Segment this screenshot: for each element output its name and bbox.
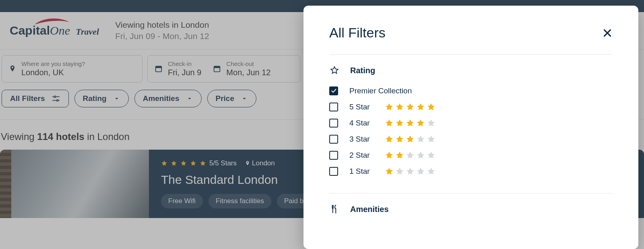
star-icon: [385, 119, 394, 128]
filter-option-label: 3 Star: [349, 135, 374, 144]
amenities-filter-label: Amenities: [143, 94, 180, 103]
star-icon: [395, 167, 404, 176]
hotel-rating-text: 5/5 Stars: [209, 159, 237, 167]
checkbox[interactable]: [329, 119, 338, 128]
star-icon: [427, 119, 436, 128]
check-icon: [330, 88, 337, 94]
star-icon: [190, 160, 196, 167]
star-outline-icon: [329, 65, 340, 76]
star-icon: [385, 151, 394, 160]
star-icon: [416, 151, 425, 160]
filter-option[interactable]: Premier Collection: [329, 83, 613, 99]
all-filters-button[interactable]: All Filters: [2, 90, 69, 107]
results-count-number: 114 hotels: [37, 131, 84, 142]
logo-text-travel: Travel: [76, 27, 99, 37]
location-field[interactable]: Where are you staying? London, UK: [2, 55, 142, 82]
sliders-icon: [52, 94, 60, 103]
brand-logo[interactable]: CapitalOne Travel: [10, 24, 99, 37]
checkin-value: Fri, Jun 9: [168, 68, 201, 77]
divider: [329, 193, 613, 193]
star-icon: [406, 103, 415, 111]
pin-icon: [245, 160, 250, 167]
star-icon: [416, 135, 425, 144]
filter-option[interactable]: 4 Star: [329, 115, 613, 131]
star-icon: [427, 135, 436, 144]
star-icon: [406, 119, 415, 128]
calendar-icon: [213, 64, 221, 73]
star-icon: [385, 135, 394, 144]
filter-option-label: 4 Star: [349, 119, 374, 128]
checkbox[interactable]: [329, 103, 338, 111]
rating-section-title: Rating: [350, 66, 375, 75]
dates-field[interactable]: Check-in Fri, Jun 9 Check-out Mon, Jun 1…: [147, 55, 300, 82]
chevron-down-icon: [186, 95, 193, 102]
location-value: London, UK: [21, 68, 85, 77]
star-icon: [385, 167, 394, 176]
filter-option[interactable]: 2 Star: [329, 147, 613, 163]
star-icon: [406, 151, 415, 160]
star-icon: [395, 103, 404, 111]
close-icon: [602, 28, 613, 38]
filter-option-label: Premier Collection: [349, 86, 412, 95]
star-rating: [385, 119, 436, 128]
all-filters-label: All Filters: [10, 94, 45, 103]
checkout-value: Mon, Jun 12: [226, 68, 270, 77]
star-icon: [385, 103, 394, 111]
star-icon: [406, 167, 415, 176]
location-label: Where are you staying?: [21, 60, 85, 67]
divider: [329, 54, 613, 55]
all-filters-panel: All Filters Rating Premier Collection5 S…: [303, 6, 638, 249]
filter-option-label: 1 Star: [349, 167, 374, 176]
star-icon: [406, 135, 415, 144]
filter-option-label: 5 Star: [349, 103, 374, 111]
header-title: Viewing hotels in London: [115, 20, 209, 30]
chevron-down-icon: [241, 95, 248, 102]
hotel-city: London: [252, 159, 275, 167]
close-button[interactable]: [602, 28, 613, 38]
star-icon: [427, 167, 436, 176]
filter-option[interactable]: 1 Star: [329, 163, 613, 179]
star-rating: [385, 135, 436, 144]
pin-icon: [8, 64, 17, 74]
star-icon: [161, 160, 167, 167]
utensils-icon: [329, 204, 340, 214]
hotel-tag: Free Wifi: [161, 194, 203, 208]
price-filter-label: Price: [216, 94, 234, 103]
checkbox[interactable]: [329, 86, 338, 95]
star-icon: [427, 103, 436, 111]
star-icon: [416, 119, 425, 128]
hotel-image: [0, 150, 149, 218]
hotel-tag: Fitness facilities: [208, 194, 271, 208]
rating-section-header: Rating: [329, 65, 613, 76]
star-rating: [385, 103, 436, 111]
checkbox[interactable]: [329, 135, 338, 144]
price-filter-button[interactable]: Price: [207, 90, 256, 107]
checkout-label: Check-out: [226, 60, 270, 67]
header-dates: Fri, Jun 09 - Mon, Jun 12: [115, 31, 209, 41]
star-icon: [200, 160, 206, 167]
amenities-filter-button[interactable]: Amenities: [134, 90, 202, 107]
panel-title: All Filters: [329, 25, 386, 41]
star-rating: [385, 167, 436, 176]
amenities-section-title: Amenities: [350, 205, 389, 214]
logo-swoosh-icon: [34, 18, 70, 26]
star-icon: [395, 135, 404, 144]
star-icon: [171, 160, 177, 167]
filter-option[interactable]: 5 Star: [329, 99, 613, 115]
chevron-down-icon: [113, 95, 120, 102]
rating-filter-button[interactable]: Rating: [74, 90, 129, 107]
checkbox[interactable]: [329, 151, 338, 160]
filter-option[interactable]: 3 Star: [329, 131, 613, 147]
rating-filter-label: Rating: [83, 94, 107, 103]
logo-wordmark: CapitalOne Travel: [10, 24, 99, 37]
star-icon: [416, 167, 425, 176]
checkbox[interactable]: [329, 167, 338, 176]
star-icon: [180, 160, 187, 167]
filter-option-label: 2 Star: [349, 151, 374, 160]
calendar-icon: [154, 64, 163, 73]
star-icon: [427, 151, 436, 160]
star-icon: [395, 151, 404, 160]
star-icon: [416, 103, 425, 111]
star-rating: [385, 151, 436, 160]
amenities-section-header: Amenities: [329, 204, 613, 214]
